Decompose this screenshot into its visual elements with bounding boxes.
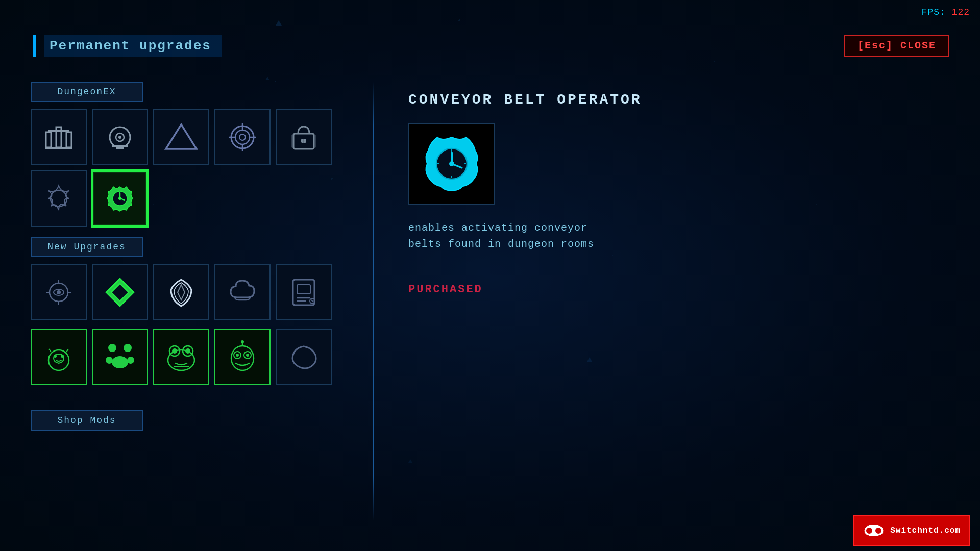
upgrade-n5[interactable]: [276, 264, 332, 320]
svg-point-49: [124, 344, 132, 352]
svg-point-59: [231, 346, 254, 370]
deco-triangle-1: [276, 20, 282, 26]
paw-icon: [102, 339, 138, 374]
svg-rect-4: [48, 130, 69, 132]
svg-line-47: [66, 349, 68, 352]
diamond-icon: [102, 274, 138, 310]
frog-icon: [163, 339, 199, 374]
panel-divider: [373, 82, 374, 520]
svg-point-81: [875, 528, 881, 534]
nintendo-badge: Switchntd.com: [853, 515, 970, 546]
close-button[interactable]: [Esc] CLOSE: [844, 35, 949, 57]
new-upgrades-grid-2: [31, 329, 368, 385]
svg-rect-9: [116, 147, 124, 149]
upgrade-n2[interactable]: [92, 264, 148, 320]
svg-point-48: [108, 344, 116, 352]
cloud-blob-icon: [225, 274, 260, 310]
new-upgrades-grid-1: [31, 264, 368, 320]
upgrade-d6[interactable]: [31, 170, 87, 227]
svg-point-50: [106, 357, 113, 364]
svg-rect-0: [46, 132, 51, 147]
upgrade-n3[interactable]: [153, 264, 209, 320]
svg-point-12: [235, 130, 250, 144]
shield-drop-icon: [163, 274, 199, 310]
upgrade-d5[interactable]: [276, 109, 332, 165]
svg-point-62: [236, 354, 239, 357]
svg-point-69: [449, 161, 454, 166]
page-title: Permanent upgrades: [44, 35, 222, 57]
conveyor-small-icon: [102, 181, 138, 216]
upgrade-n1[interactable]: [31, 264, 87, 320]
blob-icon: [286, 339, 322, 374]
svg-point-43: [48, 350, 69, 370]
svg-line-46: [49, 349, 51, 352]
tablet-icon: [286, 274, 322, 310]
upgrade-n9[interactable]: [214, 329, 271, 385]
page-title-bar: Permanent upgrades: [33, 35, 222, 57]
svg-marker-10: [166, 124, 197, 149]
shop-mods-button[interactable]: Shop Mods: [31, 410, 143, 431]
deco-triangle-2: [265, 77, 270, 80]
svg-rect-2: [66, 132, 71, 147]
svg-point-52: [112, 356, 128, 368]
upgrade-n6[interactable]: [31, 329, 87, 385]
fps-label: FPS:: [922, 7, 946, 17]
svg-point-45: [61, 355, 64, 358]
item-image-box: [408, 123, 495, 205]
svg-point-63: [246, 354, 249, 357]
item-image-icon: [416, 128, 487, 199]
svg-point-80: [866, 528, 872, 534]
title-accent: [33, 35, 36, 57]
target-icon: [225, 119, 260, 155]
robot-icon: [225, 339, 260, 374]
new-upgrades-label[interactable]: New Upgrades: [31, 237, 143, 257]
camera-icon: [102, 119, 138, 155]
svg-rect-3: [45, 147, 72, 149]
bag-icon: [286, 119, 322, 155]
right-panel: CONVEYOR BELT OPERATOR enables activatin…: [408, 82, 949, 520]
svg-point-44: [54, 355, 57, 358]
deco-triangle-4: [408, 459, 412, 463]
upgrade-n4[interactable]: [214, 264, 271, 320]
svg-point-21: [51, 190, 67, 207]
triangle-icon: [163, 119, 199, 155]
upgrade-d1[interactable]: [31, 109, 87, 165]
svg-rect-8: [112, 145, 128, 147]
lab-icon: [41, 119, 77, 155]
upgrade-d2[interactable]: [92, 109, 148, 165]
heart-creature-icon: [41, 339, 77, 374]
upgrade-d7-conveyor[interactable]: [92, 170, 148, 227]
svg-point-13: [239, 134, 246, 140]
chaos-icon: [41, 181, 77, 216]
nintendo-text: Switchntd.com: [890, 526, 961, 535]
svg-point-7: [118, 136, 121, 139]
fps-counter: FPS: 122: [922, 7, 970, 17]
svg-point-57: [185, 348, 190, 354]
upgrade-n7[interactable]: [92, 329, 148, 385]
svg-point-56: [172, 348, 177, 354]
left-panel: DungeonEX: [31, 82, 368, 520]
upgrade-n8[interactable]: [153, 329, 209, 385]
nintendo-logo-icon: [863, 519, 885, 542]
svg-point-65: [241, 340, 244, 343]
svg-point-51: [127, 357, 134, 364]
dungeonex-grid: [31, 109, 368, 227]
svg-point-53: [168, 350, 194, 370]
svg-point-29: [57, 290, 61, 294]
upgrade-d3[interactable]: [153, 109, 209, 165]
dungeonex-label[interactable]: DungeonEX: [31, 82, 143, 102]
upgrade-n10[interactable]: [276, 329, 332, 385]
item-description: enables activating conveyor belts found …: [408, 220, 612, 253]
upgrade-d4[interactable]: [214, 109, 271, 165]
svg-line-42: [311, 300, 313, 302]
svg-rect-38: [297, 285, 310, 294]
eye-target-icon: [41, 274, 77, 310]
deco-triangle-3: [587, 357, 592, 362]
purchased-label: PURCHASED: [408, 283, 949, 296]
item-title: CONVEYOR BELT OPERATOR: [408, 92, 949, 108]
fps-value: 122: [952, 7, 970, 17]
